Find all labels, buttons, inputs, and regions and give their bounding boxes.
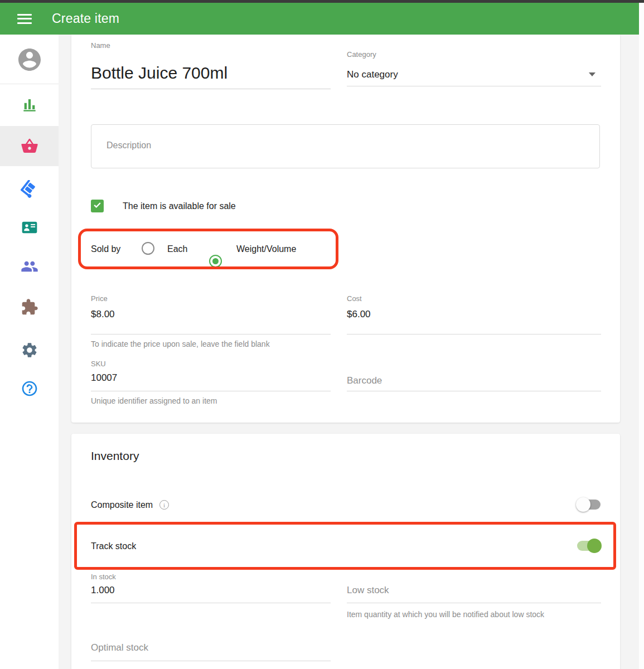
sidebar-item-items[interactable] [0, 126, 59, 166]
category-field-label: Category [347, 50, 376, 59]
sidebar-item-employees[interactable] [0, 254, 59, 279]
item-details-card: Name Bottle Juice 700ml Category No cate… [71, 35, 620, 423]
sidebar-item-inventory[interactable] [0, 177, 59, 202]
name-underline [91, 89, 331, 89]
inventory-card: Inventory Composite item i Track stock I… [71, 434, 620, 669]
category-select[interactable]: No category [347, 69, 398, 80]
track-stock-toggle[interactable] [576, 539, 602, 553]
sku-field-label: SKU [91, 360, 106, 368]
sidebar-item-integrations[interactable] [0, 294, 59, 320]
composite-item-label: Composite item [91, 500, 153, 510]
checkmark-icon [93, 200, 102, 212]
sold-by-each-label[interactable]: Each [167, 244, 187, 254]
low-stock-helper-text: Item quantity at which you will be notif… [347, 610, 544, 619]
optimal-stock-underline [91, 661, 331, 661]
low-stock-input[interactable]: Low stock [347, 585, 389, 596]
sold-by-label: Sold by [91, 244, 120, 254]
optimal-stock-input[interactable]: Optimal stock [91, 642, 148, 653]
composite-item-toggle[interactable] [576, 497, 602, 512]
page-title: Create item [52, 11, 119, 26]
cost-input[interactable]: $6.00 [347, 309, 371, 320]
sku-helper-text: Unique identifier assigned to an item [91, 396, 217, 405]
description-textarea[interactable]: Description [91, 124, 600, 168]
cost-underline [347, 334, 601, 334]
in-stock-underline [91, 603, 331, 603]
sold-by-each-radio[interactable] [142, 242, 154, 255]
barcode-input[interactable]: Barcode [347, 375, 382, 386]
chevron-down-icon[interactable] [589, 72, 595, 76]
contact-card-icon [21, 219, 38, 236]
toggle-knob [576, 497, 590, 512]
in-stock-field-label: In stock [91, 573, 116, 581]
cost-field-label: Cost [347, 294, 362, 303]
account-avatar-icon [16, 46, 43, 73]
sku-input[interactable]: 10007 [91, 372, 117, 384]
in-stock-input[interactable]: 1.000 [91, 585, 115, 596]
price-helper-text: To indicate the price upon sale, leave t… [91, 340, 270, 348]
toggle-knob [587, 539, 602, 553]
sold-by-weight-volume-radio[interactable] [209, 255, 222, 268]
barcode-underline [347, 391, 601, 391]
inventory-heading: Inventory [91, 449, 139, 463]
hand-truck-icon [20, 180, 39, 199]
puzzle-icon [21, 298, 38, 316]
shopping-basket-icon [21, 137, 38, 155]
sidebar-divider [0, 84, 59, 84]
bar-chart-icon [21, 96, 38, 114]
app-bar: Create item [0, 3, 640, 35]
sidebar-item-customers[interactable] [0, 215, 59, 240]
sku-underline [91, 391, 331, 391]
category-underline [347, 86, 601, 86]
name-field-label: Name [91, 41, 110, 50]
price-input[interactable]: $8.00 [91, 309, 115, 320]
sidebar-item-account[interactable] [0, 47, 59, 72]
sidebar [0, 35, 59, 669]
description-placeholder: Description [106, 140, 151, 151]
low-stock-underline [347, 603, 601, 603]
sold-by-weight-volume-label[interactable]: Weight/Volume [236, 244, 296, 254]
available-for-sale-label: The item is available for sale [123, 201, 236, 211]
name-input[interactable]: Bottle Juice 700ml [91, 64, 227, 83]
info-icon[interactable]: i [159, 500, 169, 510]
menu-icon[interactable] [17, 11, 32, 26]
sidebar-item-help[interactable] [0, 376, 59, 401]
right-gutter [639, 3, 644, 669]
sidebar-item-reports[interactable] [0, 92, 59, 118]
people-icon [21, 258, 38, 275]
gear-icon [21, 341, 38, 359]
create-item-screen: Create item [0, 0, 644, 669]
track-stock-label: Track stock [91, 541, 136, 551]
available-for-sale-checkbox[interactable] [91, 200, 104, 212]
price-field-label: Price [91, 294, 108, 303]
sidebar-item-settings[interactable] [0, 337, 59, 363]
price-underline [91, 334, 331, 334]
help-circle-icon [21, 380, 38, 397]
